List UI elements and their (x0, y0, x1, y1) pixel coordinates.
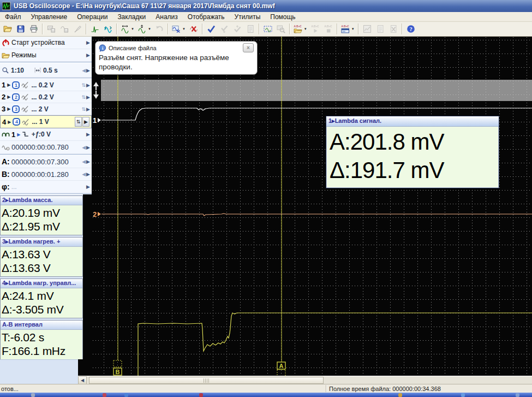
channel-1-icon: 1 (12, 81, 20, 89)
phase-row[interactable]: φ: ... ▶ (0, 181, 92, 193)
dropdown-arrow-icon[interactable]: ▼ (351, 27, 355, 31)
modes-label: Режимы (11, 51, 37, 59)
measure-f-value: F:166.1 mHz (2, 344, 81, 358)
toolbar-abc-panel-button[interactable]: A:B+C▼ (339, 23, 356, 35)
toolbar-abc-open-button[interactable]: A:B+C▼ (292, 23, 309, 35)
repair-icon (73, 25, 82, 33)
panel-header[interactable]: 2▸Lambda масса. (1, 196, 82, 205)
channel-row-3[interactable]: 3▶ 3 ... 2 V ⇅▶ (0, 103, 92, 115)
scope-svg[interactable]: BA12 (92, 37, 532, 376)
measure-panel-ab-interval: A-B интервал T:-6.02 s F:166.1 mHz (0, 320, 83, 360)
menu-item-display[interactable]: Отображать (183, 13, 230, 21)
close-icon[interactable]: × (243, 43, 254, 52)
taskbar-app-icon[interactable] (199, 393, 203, 397)
toolbar-print-button[interactable] (27, 23, 40, 35)
toolbar-separator (168, 23, 169, 34)
position-value: 000000:00:00.780 (11, 143, 69, 151)
horizontal-scrollbar[interactable]: ◀ (78, 376, 532, 384)
svg-text:A:B+C: A:B+C (311, 25, 319, 28)
zoom-time-row[interactable]: 1:10 0.5 s ◀▶ (0, 63, 92, 78)
toolbar-copy-image-button (45, 23, 58, 35)
channel-4-swap-button[interactable]: ⇅ (75, 117, 82, 127)
toolbar-pan-waveform-button[interactable] (101, 23, 115, 35)
start-device-row[interactable]: Старт устройства ▶ (0, 37, 92, 49)
channel-number: 1 (2, 81, 5, 89)
dropdown-arrow-icon[interactable]: ▼ (131, 27, 134, 31)
svg-text:A: A (279, 363, 284, 369)
file-description-title: Описание файла (109, 45, 157, 51)
dropdown-arrow-icon[interactable]: ▼ (148, 27, 151, 31)
channel-4-expand-button[interactable]: ▶ (82, 117, 89, 127)
waveform-muted-icon (21, 93, 29, 101)
apply-down-icon (220, 25, 229, 33)
modes-row[interactable]: Режимы ▶ (0, 49, 92, 62)
taskbar-app-icon[interactable] (398, 393, 402, 397)
channel-3-step-buttons[interactable]: ⇅▶ (82, 103, 90, 115)
channel-1-step-buttons[interactable]: ⇅▶ (82, 79, 90, 91)
dropdown-arrow-icon[interactable]: ▼ (182, 27, 186, 31)
toolbar-save-file-button[interactable] (14, 23, 27, 35)
cursor-a-step-buttons[interactable]: ◀▶ (82, 156, 90, 168)
scroll-left-icon[interactable]: ◀ (78, 376, 87, 384)
taskbar-app-icon[interactable] (124, 393, 128, 397)
menu-item-operations[interactable]: Операции (72, 13, 112, 21)
toolbar-stretch-horizontal-button[interactable]: ▼ (119, 23, 136, 35)
position-step-buttons[interactable]: ◀▶ (82, 141, 90, 153)
taskbar-app-icon[interactable] (31, 393, 35, 397)
menu-item-help[interactable]: Помощь (265, 13, 300, 21)
taskbar-app-icon[interactable] (103, 393, 106, 397)
windows-taskbar[interactable] (0, 393, 532, 397)
position-row[interactable]: 000000:00:00.780 ◀▶ (0, 141, 92, 154)
channel-row-2[interactable]: 2▶ 2 ... 0.2 V ⇅▶ (0, 91, 92, 103)
toolbar-repair-button (71, 23, 84, 35)
dropdown-arrow-icon[interactable]: ▼ (304, 27, 307, 31)
trigger-level: 0 V (41, 131, 51, 138)
cursor-a-row[interactable]: A: 000000:00:07.300 ◀▶ (0, 156, 92, 168)
cursor-b-row[interactable]: B: 000000:00:01.280 ◀▶ (0, 168, 92, 181)
toolbar-separator (337, 23, 338, 34)
toolbar-open-file-button[interactable] (1, 23, 14, 35)
start-device-label: Старт устройства (11, 39, 65, 46)
channel-row-1[interactable]: 1▶ 1 ... 0.2 V ⇅▶ (0, 79, 92, 91)
channel-row-4-selected[interactable]: 4▶ 4 ... 1 V ⇅ ▶ (0, 115, 92, 128)
channel-2-step-buttons[interactable]: ⇅▶ (82, 91, 90, 103)
menu-item-file[interactable]: Файл (0, 13, 26, 21)
taskbar-app-icon[interactable] (461, 393, 465, 397)
title-bar[interactable]: USB Oscilloscope - E:\На ноутбук\Саша 67… (0, 0, 532, 12)
toolbar-help-button[interactable]: ? (404, 23, 417, 35)
panel-header[interactable]: 4▸Lambda нагр. управл... (1, 279, 82, 288)
scrollbar-thumb[interactable] (89, 377, 324, 384)
toolbar-undo-button (153, 23, 166, 35)
signal-delta-value: Δ:191.7 mV (330, 156, 497, 185)
status-file-time: Полное время файла: 000000:00:34.368 (329, 386, 441, 392)
toolbar-remove-waveform-button[interactable] (187, 23, 200, 35)
toolbar-overlay-waveform-button[interactable]: ▼ (170, 23, 187, 35)
abc-stop-icon: A:B+C (324, 25, 333, 33)
single-pulse-icon (91, 25, 99, 33)
menu-item-analysis[interactable]: Анализ (151, 13, 183, 21)
toolbar-apply-check-button[interactable] (205, 23, 218, 35)
stretch-vertical-icon (138, 25, 146, 33)
channel-1-range: ... 0.2 V (31, 81, 53, 89)
taskbar-app-icon[interactable] (516, 393, 519, 397)
toolbar-single-pulse-button[interactable] (88, 23, 101, 35)
toolbar-select-fragment-button[interactable] (261, 23, 274, 35)
menu-item-bookmarks[interactable]: Закладки (112, 13, 151, 21)
save-fragment-icon (60, 25, 69, 33)
search-fragment-icon (277, 25, 285, 33)
signal-box-header[interactable]: 1▸Lambda сигнал. (326, 116, 499, 127)
measure-panel-lambda-heater-plus: 3▸Lambda нагрев. + A:13.63 V Δ:13.63 V (0, 237, 83, 277)
menu-item-utilities[interactable]: Утилиты (230, 13, 266, 21)
toolbar-stretch-vertical-button[interactable]: ▼ (136, 23, 153, 35)
cursor-b-step-buttons[interactable]: ◀▶ (82, 168, 90, 180)
panel-header[interactable]: A-B интервал (1, 321, 82, 330)
status-bar: отов... Полное время файла: 000000:00:34… (0, 384, 532, 393)
toolbar-search-fragment-button (274, 23, 288, 35)
menu-item-management[interactable]: Управление (26, 13, 73, 21)
panel-header[interactable]: 3▸Lambda нагрев. + (1, 238, 82, 247)
signal-measure-box[interactable]: 1▸Lambda сигнал. A:201.8 mV Δ:191.7 mV (326, 116, 499, 188)
app-icon (2, 2, 11, 10)
trigger-row[interactable]: 1▶ +ƒ:0 V ▶ (0, 128, 92, 141)
record-position-icon (2, 143, 10, 151)
scope-canvas[interactable]: BA12 (92, 37, 532, 376)
